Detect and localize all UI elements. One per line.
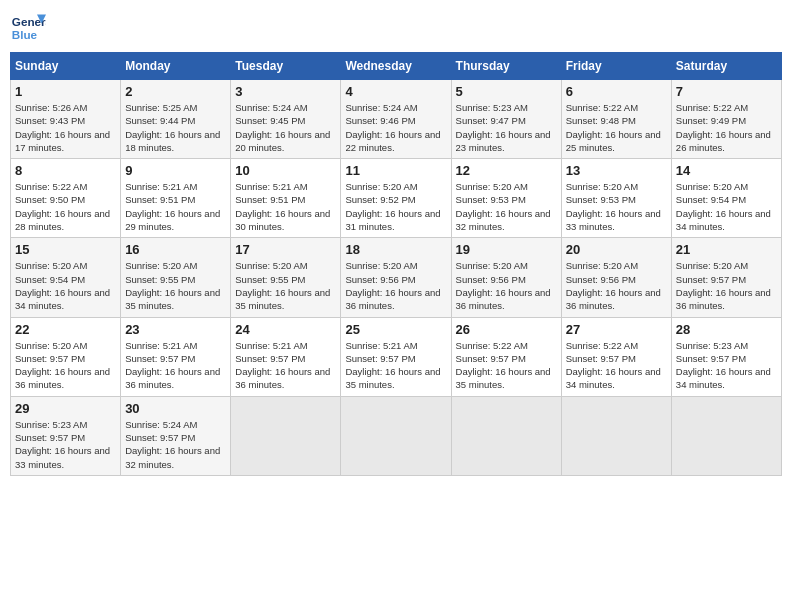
day-number: 13 [566, 163, 667, 178]
day-info: Sunrise: 5:22 AM Sunset: 9:57 PM Dayligh… [456, 339, 557, 392]
day-info: Sunrise: 5:20 AM Sunset: 9:57 PM Dayligh… [15, 339, 116, 392]
calendar-week-row: 15 Sunrise: 5:20 AM Sunset: 9:54 PM Dayl… [11, 238, 782, 317]
day-info: Sunrise: 5:20 AM Sunset: 9:56 PM Dayligh… [566, 259, 667, 312]
header: General Blue [10, 10, 782, 46]
day-info: Sunrise: 5:23 AM Sunset: 9:57 PM Dayligh… [15, 418, 116, 471]
calendar-cell: 22 Sunrise: 5:20 AM Sunset: 9:57 PM Dayl… [11, 317, 121, 396]
calendar-cell: 17 Sunrise: 5:20 AM Sunset: 9:55 PM Dayl… [231, 238, 341, 317]
day-number: 29 [15, 401, 116, 416]
day-number: 15 [15, 242, 116, 257]
day-info: Sunrise: 5:23 AM Sunset: 9:47 PM Dayligh… [456, 101, 557, 154]
calendar-cell: 13 Sunrise: 5:20 AM Sunset: 9:53 PM Dayl… [561, 159, 671, 238]
day-info: Sunrise: 5:25 AM Sunset: 9:44 PM Dayligh… [125, 101, 226, 154]
day-number: 27 [566, 322, 667, 337]
day-info: Sunrise: 5:26 AM Sunset: 9:43 PM Dayligh… [15, 101, 116, 154]
logo: General Blue [10, 10, 46, 46]
day-info: Sunrise: 5:22 AM Sunset: 9:49 PM Dayligh… [676, 101, 777, 154]
day-info: Sunrise: 5:20 AM Sunset: 9:55 PM Dayligh… [235, 259, 336, 312]
weekday-tuesday: Tuesday [231, 53, 341, 80]
calendar-week-row: 8 Sunrise: 5:22 AM Sunset: 9:50 PM Dayli… [11, 159, 782, 238]
calendar-cell: 24 Sunrise: 5:21 AM Sunset: 9:57 PM Dayl… [231, 317, 341, 396]
calendar-cell: 4 Sunrise: 5:24 AM Sunset: 9:46 PM Dayli… [341, 80, 451, 159]
calendar-cell: 5 Sunrise: 5:23 AM Sunset: 9:47 PM Dayli… [451, 80, 561, 159]
calendar-cell: 15 Sunrise: 5:20 AM Sunset: 9:54 PM Dayl… [11, 238, 121, 317]
calendar-cell: 29 Sunrise: 5:23 AM Sunset: 9:57 PM Dayl… [11, 396, 121, 475]
calendar-cell: 12 Sunrise: 5:20 AM Sunset: 9:53 PM Dayl… [451, 159, 561, 238]
calendar-week-row: 22 Sunrise: 5:20 AM Sunset: 9:57 PM Dayl… [11, 317, 782, 396]
weekday-thursday: Thursday [451, 53, 561, 80]
calendar-cell [341, 396, 451, 475]
day-info: Sunrise: 5:21 AM Sunset: 9:57 PM Dayligh… [235, 339, 336, 392]
day-number: 24 [235, 322, 336, 337]
calendar-cell: 25 Sunrise: 5:21 AM Sunset: 9:57 PM Dayl… [341, 317, 451, 396]
calendar-cell: 21 Sunrise: 5:20 AM Sunset: 9:57 PM Dayl… [671, 238, 781, 317]
day-number: 14 [676, 163, 777, 178]
calendar-cell: 19 Sunrise: 5:20 AM Sunset: 9:56 PM Dayl… [451, 238, 561, 317]
calendar-cell: 1 Sunrise: 5:26 AM Sunset: 9:43 PM Dayli… [11, 80, 121, 159]
day-info: Sunrise: 5:22 AM Sunset: 9:57 PM Dayligh… [566, 339, 667, 392]
calendar-cell [561, 396, 671, 475]
calendar-cell: 7 Sunrise: 5:22 AM Sunset: 9:49 PM Dayli… [671, 80, 781, 159]
calendar-week-row: 1 Sunrise: 5:26 AM Sunset: 9:43 PM Dayli… [11, 80, 782, 159]
calendar-cell: 18 Sunrise: 5:20 AM Sunset: 9:56 PM Dayl… [341, 238, 451, 317]
day-number: 9 [125, 163, 226, 178]
day-info: Sunrise: 5:21 AM Sunset: 9:51 PM Dayligh… [125, 180, 226, 233]
calendar-cell: 14 Sunrise: 5:20 AM Sunset: 9:54 PM Dayl… [671, 159, 781, 238]
day-info: Sunrise: 5:20 AM Sunset: 9:57 PM Dayligh… [676, 259, 777, 312]
day-number: 21 [676, 242, 777, 257]
day-number: 5 [456, 84, 557, 99]
day-number: 19 [456, 242, 557, 257]
day-info: Sunrise: 5:20 AM Sunset: 9:54 PM Dayligh… [15, 259, 116, 312]
day-number: 1 [15, 84, 116, 99]
day-number: 11 [345, 163, 446, 178]
calendar-cell: 2 Sunrise: 5:25 AM Sunset: 9:44 PM Dayli… [121, 80, 231, 159]
day-number: 7 [676, 84, 777, 99]
calendar-cell: 28 Sunrise: 5:23 AM Sunset: 9:57 PM Dayl… [671, 317, 781, 396]
day-number: 2 [125, 84, 226, 99]
day-number: 17 [235, 242, 336, 257]
weekday-friday: Friday [561, 53, 671, 80]
day-number: 3 [235, 84, 336, 99]
day-info: Sunrise: 5:22 AM Sunset: 9:48 PM Dayligh… [566, 101, 667, 154]
day-number: 18 [345, 242, 446, 257]
calendar-cell: 3 Sunrise: 5:24 AM Sunset: 9:45 PM Dayli… [231, 80, 341, 159]
day-number: 16 [125, 242, 226, 257]
day-info: Sunrise: 5:21 AM Sunset: 9:57 PM Dayligh… [125, 339, 226, 392]
calendar-cell [231, 396, 341, 475]
weekday-sunday: Sunday [11, 53, 121, 80]
weekday-wednesday: Wednesday [341, 53, 451, 80]
calendar-cell: 6 Sunrise: 5:22 AM Sunset: 9:48 PM Dayli… [561, 80, 671, 159]
day-number: 12 [456, 163, 557, 178]
calendar-cell: 23 Sunrise: 5:21 AM Sunset: 9:57 PM Dayl… [121, 317, 231, 396]
day-number: 20 [566, 242, 667, 257]
calendar-cell: 9 Sunrise: 5:21 AM Sunset: 9:51 PM Dayli… [121, 159, 231, 238]
day-info: Sunrise: 5:20 AM Sunset: 9:56 PM Dayligh… [456, 259, 557, 312]
day-number: 8 [15, 163, 116, 178]
calendar-cell [451, 396, 561, 475]
logo-svg: General Blue [10, 10, 46, 46]
day-info: Sunrise: 5:20 AM Sunset: 9:56 PM Dayligh… [345, 259, 446, 312]
day-info: Sunrise: 5:21 AM Sunset: 9:57 PM Dayligh… [345, 339, 446, 392]
day-number: 25 [345, 322, 446, 337]
calendar-cell: 8 Sunrise: 5:22 AM Sunset: 9:50 PM Dayli… [11, 159, 121, 238]
day-info: Sunrise: 5:24 AM Sunset: 9:46 PM Dayligh… [345, 101, 446, 154]
day-info: Sunrise: 5:20 AM Sunset: 9:53 PM Dayligh… [566, 180, 667, 233]
day-number: 26 [456, 322, 557, 337]
day-info: Sunrise: 5:22 AM Sunset: 9:50 PM Dayligh… [15, 180, 116, 233]
day-info: Sunrise: 5:20 AM Sunset: 9:54 PM Dayligh… [676, 180, 777, 233]
day-number: 28 [676, 322, 777, 337]
day-info: Sunrise: 5:20 AM Sunset: 9:53 PM Dayligh… [456, 180, 557, 233]
calendar-cell: 26 Sunrise: 5:22 AM Sunset: 9:57 PM Dayl… [451, 317, 561, 396]
day-info: Sunrise: 5:20 AM Sunset: 9:52 PM Dayligh… [345, 180, 446, 233]
svg-text:Blue: Blue [12, 28, 38, 41]
day-info: Sunrise: 5:24 AM Sunset: 9:57 PM Dayligh… [125, 418, 226, 471]
page-container: General Blue SundayMondayTuesdayWednesda… [10, 10, 782, 476]
day-info: Sunrise: 5:24 AM Sunset: 9:45 PM Dayligh… [235, 101, 336, 154]
calendar-cell: 10 Sunrise: 5:21 AM Sunset: 9:51 PM Dayl… [231, 159, 341, 238]
day-number: 22 [15, 322, 116, 337]
day-number: 30 [125, 401, 226, 416]
day-info: Sunrise: 5:21 AM Sunset: 9:51 PM Dayligh… [235, 180, 336, 233]
calendar-cell: 30 Sunrise: 5:24 AM Sunset: 9:57 PM Dayl… [121, 396, 231, 475]
day-number: 4 [345, 84, 446, 99]
calendar-cell: 20 Sunrise: 5:20 AM Sunset: 9:56 PM Dayl… [561, 238, 671, 317]
